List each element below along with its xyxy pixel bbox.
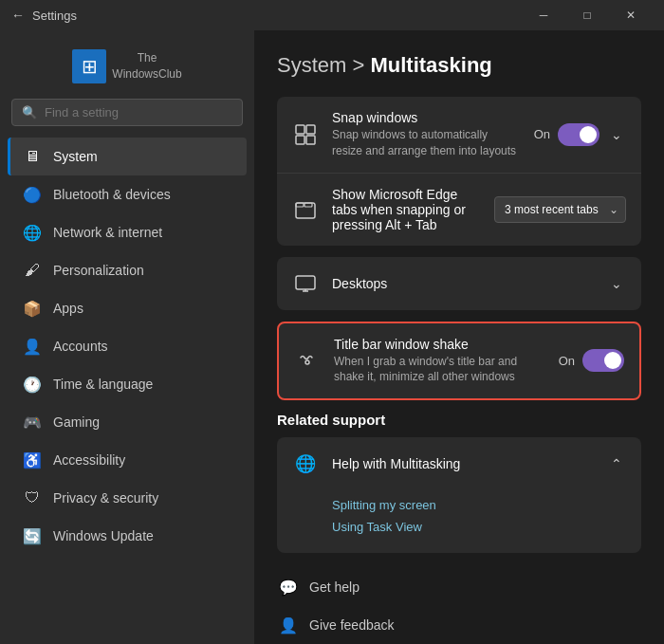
search-box[interactable]: 🔍 — [11, 99, 243, 126]
snap-windows-text: Snap windows Snap windows to automatical… — [332, 110, 521, 159]
title-bar-shake-text: Title bar window shake When I grab a win… — [334, 337, 545, 386]
close-button[interactable]: ✕ — [609, 0, 653, 30]
task-view-link[interactable]: Using Task View — [332, 516, 626, 538]
sidebar-item-system[interactable]: 🖥 System — [8, 138, 247, 175]
sidebar-item-accounts[interactable]: 👤 Accounts — [8, 327, 247, 365]
sidebar-item-network[interactable]: 🌐 Network & internet — [8, 213, 247, 251]
title-bar-controls: ─ □ ✕ — [522, 0, 653, 30]
back-icon[interactable]: ← — [11, 8, 25, 23]
help-card: 🌐 Help with Multitasking ⌃ Splitting my … — [277, 437, 641, 553]
edge-tabs-icon — [292, 196, 319, 223]
title-bar-shake-control: On — [559, 349, 624, 372]
svg-point-10 — [305, 360, 309, 364]
edge-tabs-text: Show Microsoft Edge tabs when snapping o… — [332, 187, 481, 232]
sidebar-item-apps[interactable]: 📦 Apps — [8, 289, 247, 327]
title-bar: ← Settings ─ □ ✕ — [0, 0, 664, 30]
sidebar-logo: ⊞ The WindowsClub — [0, 30, 254, 99]
accounts-icon: 👤 — [23, 337, 42, 356]
svg-rect-0 — [296, 125, 304, 134]
get-help-row[interactable]: 💬 Get help — [277, 568, 641, 606]
page-title: Multitasking — [370, 53, 491, 77]
edge-tabs-row: Show Microsoft Edge tabs when snapping o… — [277, 174, 641, 246]
svg-rect-1 — [306, 125, 315, 134]
accessibility-icon: ♿ — [23, 451, 42, 469]
snap-windows-icon — [292, 121, 319, 148]
svg-rect-2 — [296, 136, 304, 144]
give-feedback-icon: 👤 — [277, 614, 300, 636]
gaming-icon: 🎮 — [23, 413, 42, 432]
give-feedback-row[interactable]: 👤 Give feedback — [277, 606, 641, 644]
help-icon: 🌐 — [292, 451, 319, 477]
privacy-icon: 🛡 — [23, 488, 42, 507]
help-chevron[interactable]: ⌃ — [607, 452, 626, 475]
logo-text: The WindowsClub — [112, 50, 181, 83]
help-header[interactable]: 🌐 Help with Multitasking ⌃ — [277, 437, 641, 490]
app-body: ⊞ The WindowsClub 🔍 🖥 System 🔵 Bluetooth… — [0, 30, 664, 644]
svg-rect-7 — [296, 276, 315, 289]
title-bar-shake-toggle[interactable] — [582, 349, 624, 372]
sidebar-item-personalization[interactable]: 🖌 Personalization — [8, 251, 247, 289]
splitting-screen-link[interactable]: Splitting my screen — [332, 494, 626, 516]
maximize-button[interactable]: □ — [565, 0, 609, 30]
system-icon: 🖥 — [23, 147, 42, 166]
search-input[interactable] — [45, 105, 232, 120]
bluetooth-icon: 🔵 — [23, 185, 42, 204]
title-bar-shake-icon — [294, 347, 321, 374]
desktops-row: Desktops ⌄ — [277, 257, 641, 310]
sidebar-item-privacy[interactable]: 🛡 Privacy & security — [8, 479, 247, 517]
sidebar-item-gaming[interactable]: 🎮 Gaming — [8, 403, 247, 441]
get-help-icon: 💬 — [277, 576, 300, 598]
desktops-text: Desktops — [332, 276, 594, 291]
sidebar-item-time[interactable]: 🕐 Time & language — [8, 365, 247, 403]
edge-tabs-control: 1 most recent tab 3 most recent tabs 5 m… — [494, 196, 626, 223]
page-header: System > Multitasking — [277, 53, 641, 78]
snap-windows-toggle[interactable] — [558, 123, 599, 146]
desktops-chevron[interactable]: ⌄ — [607, 272, 626, 295]
title-bar-left: ← Settings — [11, 8, 77, 23]
sidebar: ⊞ The WindowsClub 🔍 🖥 System 🔵 Bluetooth… — [0, 30, 254, 644]
help-body: Splitting my screen Using Task View — [277, 490, 641, 553]
breadcrumb: System > Multitasking — [277, 53, 641, 78]
snap-windows-control: On ⌄ — [534, 123, 626, 146]
snap-windows-card: Snap windows Snap windows to automatical… — [277, 97, 641, 246]
update-icon: 🔄 — [23, 526, 42, 545]
title-bar-shake-row: Title bar window shake When I grab a win… — [279, 323, 639, 399]
main-content: System > Multitasking Snap windows Snap … — [254, 30, 664, 644]
edge-tabs-dropdown[interactable]: 1 most recent tab 3 most recent tabs 5 m… — [494, 196, 626, 223]
sidebar-item-update[interactable]: 🔄 Windows Update — [8, 517, 247, 555]
desktops-card: Desktops ⌄ — [277, 257, 641, 310]
network-icon: 🌐 — [23, 223, 42, 242]
title-bar-shake-card: Title bar window shake When I grab a win… — [277, 322, 641, 401]
snap-windows-row: Snap windows Snap windows to automatical… — [277, 97, 641, 174]
time-icon: 🕐 — [23, 375, 42, 394]
bottom-links: 💬 Get help 👤 Give feedback — [277, 568, 641, 644]
sidebar-item-accessibility[interactable]: ♿ Accessibility — [8, 441, 247, 479]
edge-tabs-dropdown-wrapper[interactable]: 1 most recent tab 3 most recent tabs 5 m… — [494, 196, 626, 223]
title-bar-title: Settings — [32, 9, 77, 23]
personalization-icon: 🖌 — [23, 261, 42, 280]
search-icon: 🔍 — [22, 105, 37, 120]
apps-icon: 📦 — [23, 299, 42, 318]
related-support-title: Related support — [277, 412, 641, 428]
svg-rect-3 — [306, 136, 315, 144]
sidebar-item-bluetooth[interactable]: 🔵 Bluetooth & devices — [8, 175, 247, 213]
minimize-button[interactable]: ─ — [522, 0, 565, 30]
snap-windows-chevron[interactable]: ⌄ — [607, 123, 626, 146]
desktops-control: ⌄ — [607, 272, 626, 295]
desktops-icon — [292, 270, 319, 297]
